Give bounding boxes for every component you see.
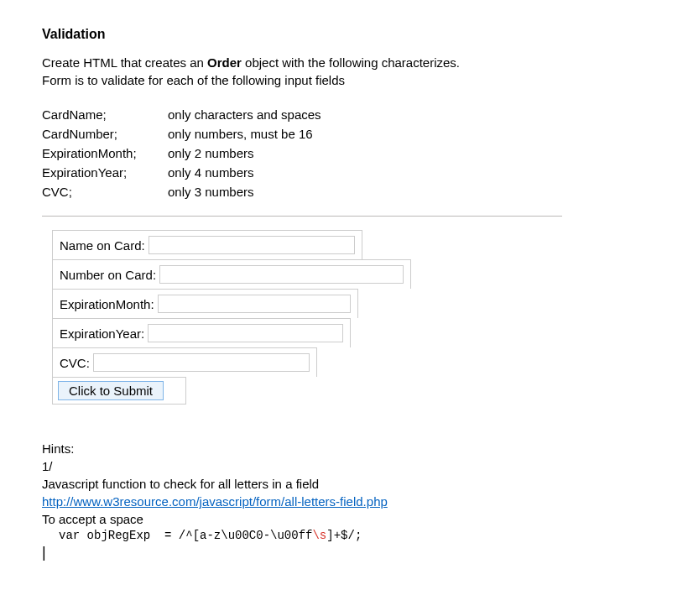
field-name: CardNumber; [42, 125, 168, 143]
input-cardname[interactable] [149, 236, 355, 254]
form-row-cardname: Name on Card: [52, 230, 362, 259]
code-regex-post: ]+$/ [326, 529, 355, 542]
form-row-cvc: CVC: [52, 347, 317, 377]
hints-accept-space: To accept a space [42, 510, 646, 528]
intro-text-2: Form is to validate for each of the foll… [42, 73, 345, 87]
label-expmonth: ExpirationMonth: [60, 295, 154, 313]
input-cardnumber[interactable] [159, 265, 404, 284]
input-expmonth[interactable] [158, 295, 351, 313]
label-cvc: CVC: [60, 354, 90, 372]
hints-link[interactable]: http://www.w3resource.com/javascript/for… [42, 494, 388, 509]
label-cardname: Name on Card: [60, 237, 145, 254]
page-heading: Validation [42, 25, 646, 44]
input-expyear[interactable] [148, 324, 343, 342]
intro-text-1: Create HTML that creates an [42, 55, 207, 70]
hints-desc: Javascript function to check for all let… [42, 475, 646, 493]
hints-section: Hints: 1/ Javascript function to check f… [42, 440, 646, 560]
order-form: Name on Card: Number on Card: Expiration… [52, 230, 472, 405]
field-name: CardName; [42, 106, 168, 123]
form-row-submit: Click to Submit [52, 377, 186, 405]
code-regex-pre: /^[a-z\u00C0-\u00ff [179, 529, 313, 542]
field-name: CVC; [42, 183, 168, 201]
hints-label: Hints: [42, 440, 646, 457]
input-cvc[interactable] [93, 353, 310, 372]
code-regex-red: \s [312, 529, 326, 542]
text-cursor: | [42, 545, 646, 560]
code-line: var objRegExp = /^[a-z\u00C0-\u00ff\s]+$… [59, 528, 646, 545]
divider [42, 216, 562, 217]
hints-number: 1/ [42, 457, 646, 475]
field-rule: only 4 numbers [168, 164, 646, 181]
submit-button[interactable]: Click to Submit [58, 381, 164, 400]
form-row-expmonth: ExpirationMonth: [52, 289, 358, 318]
field-rule: only 3 numbers [168, 183, 646, 201]
field-name: ExpirationMonth; [42, 144, 168, 162]
intro-bold-order: Order [207, 55, 242, 70]
code-suffix: ; [355, 529, 362, 542]
intro-paragraph: Create HTML that creates an Order object… [42, 54, 646, 89]
field-name: ExpirationYear; [42, 164, 168, 181]
label-expyear: ExpirationYear: [60, 325, 144, 342]
form-row-expyear: ExpirationYear: [52, 318, 351, 347]
field-rules-table: CardName; only characters and spaces Car… [42, 106, 646, 201]
field-rule: only numbers, must be 16 [168, 125, 646, 143]
code-var-prefix: var objRegExp = [59, 529, 179, 542]
label-cardnumber: Number on Card: [60, 266, 156, 284]
field-rule: only characters and spaces [168, 106, 646, 123]
field-rule: only 2 numbers [168, 144, 646, 162]
intro-text-1-rest: object with the following characterizes. [242, 55, 460, 70]
form-row-cardnumber: Number on Card: [52, 259, 411, 289]
